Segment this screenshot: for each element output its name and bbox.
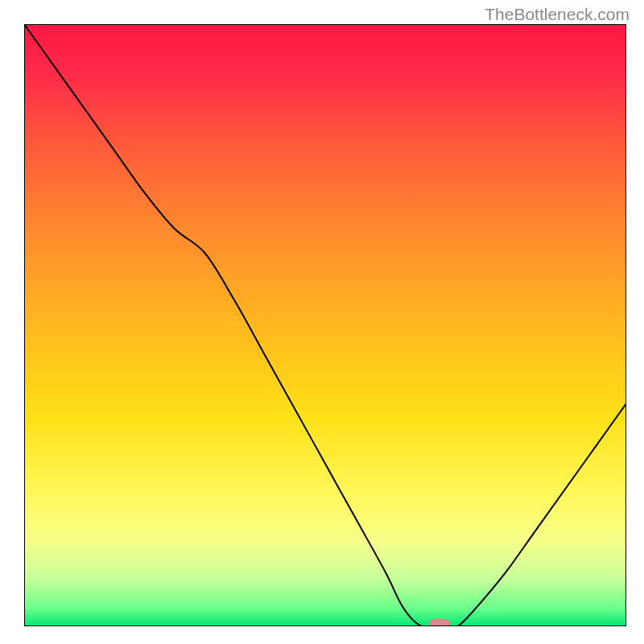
valley-marker: [429, 619, 450, 626]
chart-plot-area: [24, 24, 626, 626]
chart-background-gradient: [24, 24, 626, 626]
chart-svg: [24, 24, 626, 626]
watermark-text: TheBottleneck.com: [485, 5, 630, 24]
